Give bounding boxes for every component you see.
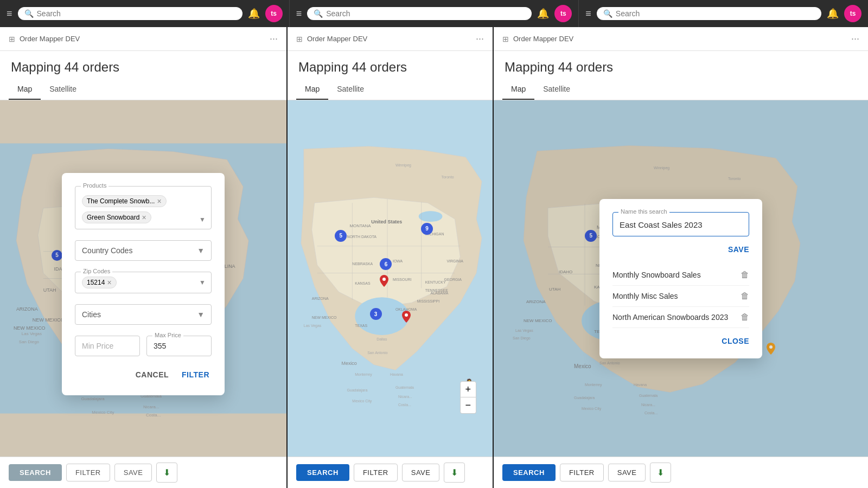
download-btn-2[interactable]: ⬇ bbox=[444, 463, 465, 483]
products-dropdown-arrow[interactable]: ▼ bbox=[199, 216, 206, 223]
download-btn-3[interactable]: ⬇ bbox=[650, 463, 671, 483]
search-button-1[interactable]: SEARCH bbox=[9, 464, 62, 481]
nav-bar-panel2: ≡ 🔍 🔔 ts bbox=[290, 0, 579, 27]
country-codes-arrow: ▼ bbox=[197, 246, 205, 255]
dots-icon-2[interactable]: ··· bbox=[476, 33, 484, 44]
filter-overlay: Products The Complete Snowb... × Green S… bbox=[0, 100, 286, 457]
nav-bars: ≡ 🔍 🔔 ts ≡ 🔍 🔔 ts ≡ 🔍 🔔 ts bbox=[0, 0, 868, 27]
avatar-3: ts bbox=[844, 5, 861, 22]
product-tag-2-text: Green Snowboard bbox=[87, 214, 139, 221]
map-tabs-2: Map Satellite bbox=[288, 79, 493, 100]
min-price-field[interactable]: Min Price bbox=[75, 336, 140, 356]
tab-map-3[interactable]: Map bbox=[502, 79, 534, 100]
grid-icon-2: ⊞ bbox=[296, 35, 303, 43]
max-price-field[interactable]: Max Price 355 bbox=[146, 336, 212, 356]
close-dialog-button[interactable]: CLOSE bbox=[722, 337, 749, 345]
svg-text:NEBRASKA: NEBRASKA bbox=[352, 262, 373, 266]
save-toolbar-btn-2[interactable]: SAVE bbox=[402, 464, 440, 481]
toolbar-1: SEARCH FILTER SAVE ⬇ bbox=[0, 457, 286, 488]
save-toolbar-btn-3[interactable]: SAVE bbox=[608, 464, 646, 481]
cities-field-group: Cities ▼ bbox=[75, 304, 212, 325]
filter-button[interactable]: FILTER bbox=[180, 367, 212, 382]
cities-dropdown[interactable]: Cities ▼ bbox=[75, 304, 212, 325]
tab-map-1[interactable]: Map bbox=[9, 79, 41, 100]
search-icon-2: 🔍 bbox=[314, 9, 323, 18]
zip-tag-1-remove[interactable]: × bbox=[107, 279, 111, 286]
svg-point-46 bbox=[419, 211, 443, 222]
zip-codes-label: Zip Codes bbox=[81, 268, 112, 274]
avatar-1: ts bbox=[265, 5, 283, 22]
avatar-2: ts bbox=[554, 5, 572, 22]
marker-p2-4: 9 bbox=[421, 223, 433, 235]
zip-dropdown-arrow[interactable]: ▼ bbox=[199, 279, 206, 286]
search-box-3[interactable]: 🔍 bbox=[597, 7, 821, 20]
search-box-1[interactable]: 🔍 bbox=[18, 7, 242, 20]
cancel-button[interactable]: CANCEL bbox=[133, 367, 171, 382]
zip-tag-1-text: 15214 bbox=[87, 279, 105, 286]
save-name-button[interactable]: SAVE bbox=[728, 245, 749, 254]
saved-search-1-name: Monthly Snowboard Sales bbox=[612, 271, 701, 279]
svg-text:Monterrey: Monterrey bbox=[355, 373, 372, 377]
search-box-2[interactable]: 🔍 bbox=[307, 7, 532, 20]
search-button-2[interactable]: SEARCH bbox=[296, 464, 349, 481]
tab-satellite-2[interactable]: Satellite bbox=[328, 79, 373, 100]
product-tag-1-remove[interactable]: × bbox=[157, 197, 161, 205]
save-toolbar-btn-1[interactable]: SAVE bbox=[114, 464, 152, 481]
hamburger-icon-2[interactable]: ≡ bbox=[296, 8, 302, 20]
hamburger-icon-3[interactable]: ≡ bbox=[585, 8, 591, 20]
main-content: ⊞ Order Mapper DEV ··· Mapping 44 orders… bbox=[0, 27, 868, 488]
tab-map-2[interactable]: Map bbox=[296, 79, 328, 100]
svg-text:ARIZONA: ARIZONA bbox=[312, 297, 329, 300]
delete-search-1-icon[interactable]: 🗑 bbox=[741, 270, 749, 280]
tab-satellite-1[interactable]: Satellite bbox=[41, 79, 85, 100]
delete-search-2-icon[interactable]: 🗑 bbox=[741, 291, 749, 301]
filter-toolbar-btn-3[interactable]: FILTER bbox=[560, 464, 604, 481]
filter-toolbar-btn-1[interactable]: FILTER bbox=[66, 464, 110, 481]
dots-icon-1[interactable]: ··· bbox=[270, 33, 278, 44]
svg-text:Costa...: Costa... bbox=[398, 403, 411, 407]
zip-tag-1: 15214 × bbox=[82, 277, 117, 288]
max-price-value: 355 bbox=[154, 342, 166, 350]
search-icon-3: 🔍 bbox=[603, 9, 612, 18]
save-name-label: Name this search bbox=[618, 208, 669, 215]
marker-p2-1: 5 bbox=[335, 230, 347, 242]
tab-satellite-3[interactable]: Satellite bbox=[534, 79, 579, 100]
download-btn-1[interactable]: ⬇ bbox=[156, 463, 177, 483]
products-input[interactable]: Products The Complete Snowb... × Green S… bbox=[75, 186, 212, 229]
filter-toolbar-btn-2[interactable]: FILTER bbox=[354, 464, 398, 481]
save-name-container[interactable]: Name this search East Coast Sales 2023 bbox=[612, 212, 749, 236]
panel-header-2: ⊞ Order Mapper DEV ··· bbox=[288, 27, 493, 51]
grid-icon-1: ⊞ bbox=[9, 35, 15, 43]
svg-text:NORTH DAKOTA: NORTH DAKOTA bbox=[347, 235, 376, 239]
bell-icon-1[interactable]: 🔔 bbox=[248, 8, 260, 20]
filter-dialog-actions: CANCEL FILTER bbox=[75, 367, 212, 382]
product-tag-2-remove[interactable]: × bbox=[142, 214, 146, 221]
nav-bar-panel3: ≡ 🔍 🔔 ts bbox=[579, 0, 868, 27]
svg-text:Mexico City: Mexico City bbox=[352, 399, 372, 403]
bell-icon-3[interactable]: 🔔 bbox=[827, 8, 839, 20]
panel-title-1: Order Mapper DEV bbox=[20, 35, 265, 43]
svg-point-84 bbox=[382, 278, 386, 281]
red-pin-2 bbox=[402, 311, 411, 325]
zoom-out-btn[interactable]: − bbox=[460, 397, 476, 414]
svg-text:San Antonio: San Antonio bbox=[367, 351, 388, 355]
nav-bar-panel1: ≡ 🔍 🔔 ts bbox=[0, 0, 290, 27]
min-price-label: Min Price bbox=[82, 342, 113, 350]
delete-search-3-icon[interactable]: 🗑 bbox=[741, 312, 749, 322]
search-input-3[interactable] bbox=[616, 9, 815, 18]
saved-search-2-name: Monthly Misc Sales bbox=[612, 292, 678, 300]
products-label: Products bbox=[81, 182, 108, 189]
saved-search-1: Monthly Snowboard Sales 🗑 bbox=[612, 265, 749, 286]
hamburger-icon-1[interactable]: ≡ bbox=[7, 8, 12, 20]
search-button-3[interactable]: SEARCH bbox=[502, 464, 556, 481]
zip-codes-input[interactable]: Zip Codes 15214 × ▼ bbox=[75, 272, 212, 293]
search-input-1[interactable] bbox=[37, 9, 236, 18]
svg-text:Guatemala: Guatemala bbox=[395, 386, 414, 389]
zoom-in-btn[interactable]: + bbox=[460, 381, 476, 397]
country-codes-dropdown[interactable]: Country Codes ▼ bbox=[75, 240, 212, 261]
bell-icon-2[interactable]: 🔔 bbox=[537, 8, 549, 20]
svg-point-85 bbox=[405, 313, 408, 317]
dots-icon-3[interactable]: ··· bbox=[851, 33, 859, 44]
search-input-2[interactable] bbox=[326, 9, 525, 18]
save-name-value: East Coast Sales 2023 bbox=[620, 219, 742, 229]
